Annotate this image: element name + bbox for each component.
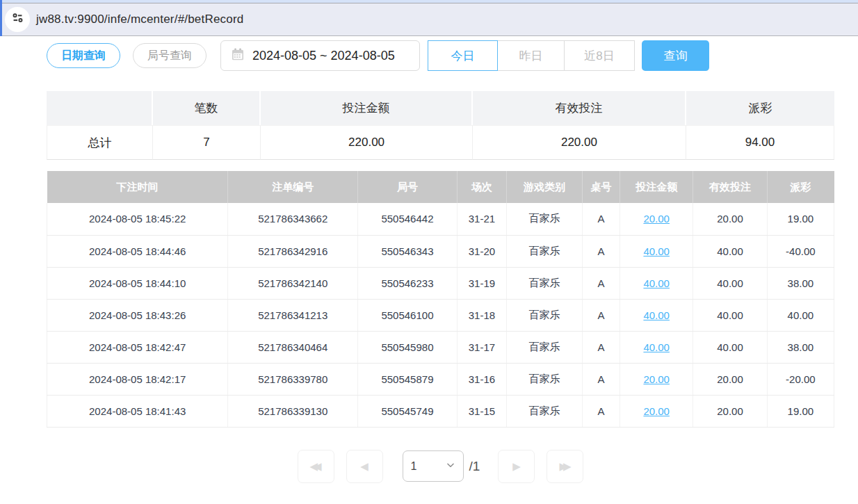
cell-round-no: 550546343	[358, 235, 458, 267]
cell-table-no: A	[582, 203, 620, 235]
cell-valid-bet: 40.00	[693, 331, 767, 363]
cell-session: 31-21	[457, 203, 506, 235]
site-settings-button[interactable]	[5, 7, 30, 32]
cell-bet-id: 521786342916	[228, 235, 358, 267]
bet-amount-link[interactable]: 20.00	[643, 373, 670, 385]
cell-valid-bet: 40.00	[693, 267, 767, 299]
cell-session: 31-16	[457, 363, 506, 395]
cell-bet-amount: 20.00	[620, 363, 693, 395]
date-range-value: 2024-08-05 ~ 2024-08-05	[252, 49, 395, 63]
cell-valid-bet: 20.00	[693, 203, 767, 235]
tune-icon	[11, 11, 24, 27]
quick-range-group: 今日 昨日 近8日	[428, 40, 635, 71]
summary-total-count: 7	[153, 125, 261, 160]
date-range-picker[interactable]: 2024-08-05 ~ 2024-08-05	[220, 40, 420, 71]
page-select[interactable]: 1	[403, 450, 464, 482]
cell-table-no: A	[582, 363, 620, 395]
cell-round-no: 550546100	[358, 299, 458, 331]
col-header-bet-amount: 投注金额	[620, 171, 693, 203]
bet-amount-link[interactable]: 20.00	[643, 213, 670, 225]
table-row: 2024-08-05 18:43:26521786341213550546100…	[47, 299, 834, 331]
cell-bet-amount: 40.00	[620, 331, 693, 363]
cell-bet-amount: 40.00	[620, 267, 693, 299]
summary-header-count: 笔数	[153, 91, 261, 125]
cell-payout: 19.00	[767, 395, 834, 427]
cell-bet-id: 521786339780	[228, 363, 358, 395]
table-row: 2024-08-05 18:44:10521786342140550546233…	[47, 267, 834, 299]
cell-table-no: A	[582, 395, 620, 427]
yesterday-button[interactable]: 昨日	[497, 40, 565, 71]
summary-header-payout: 派彩	[686, 91, 834, 125]
table-row: 2024-08-05 18:42:47521786340464550545980…	[47, 331, 834, 363]
bet-amount-link[interactable]: 40.00	[643, 341, 670, 353]
summary-total-valid-bet: 220.00	[473, 125, 686, 160]
bet-amount-link[interactable]: 20.00	[643, 405, 670, 417]
browser-url-bar: jw88.tv:9900/infe/mcenter/#/betRecord	[0, 0, 858, 36]
search-button[interactable]: 查询	[642, 40, 709, 71]
bet-amount-link[interactable]: 40.00	[643, 277, 670, 289]
cell-bet-time: 2024-08-05 18:43:26	[47, 299, 228, 331]
url-text[interactable]: jw88.tv:9900/infe/mcenter/#/betRecord	[36, 13, 243, 26]
left-arrow-icon: ◀	[360, 460, 369, 473]
cell-bet-amount: 20.00	[620, 395, 693, 427]
bet-table-header-row: 下注时间 注单编号 局号 场次 游戏类别 桌号 投注金额 有效投注 派彩	[47, 171, 834, 203]
cell-session: 31-17	[457, 331, 506, 363]
cell-game-type: 百家乐	[507, 331, 583, 363]
cell-valid-bet: 40.00	[693, 235, 767, 267]
tab-date-query[interactable]: 日期查询	[47, 43, 120, 68]
cell-payout: -20.00	[767, 363, 834, 395]
cell-table-no: A	[582, 235, 620, 267]
pagination: ◀◀ ◀ 1 /1 ▶ ▶▶	[47, 450, 834, 483]
col-header-payout: 派彩	[767, 171, 834, 203]
pagination-first-button[interactable]: ◀◀	[298, 450, 334, 483]
cell-game-type: 百家乐	[507, 235, 583, 267]
cell-valid-bet: 20.00	[693, 363, 767, 395]
cell-table-no: A	[582, 331, 620, 363]
cell-bet-id: 521786341213	[228, 299, 358, 331]
summary-table: 笔数 投注金额 有效投注 派彩 总计 7 220.00 220.00 94.00	[47, 91, 834, 160]
col-header-session: 场次	[457, 171, 506, 203]
last8days-button[interactable]: 近8日	[564, 40, 635, 71]
cell-bet-amount: 40.00	[620, 299, 693, 331]
bet-amount-link[interactable]: 40.00	[643, 309, 670, 321]
cell-bet-id: 521786340464	[228, 331, 358, 363]
summary-total-payout: 94.00	[686, 125, 834, 160]
bet-record-table: 下注时间 注单编号 局号 场次 游戏类别 桌号 投注金额 有效投注 派彩 202…	[47, 171, 834, 428]
pagination-prev-button[interactable]: ◀	[346, 450, 383, 483]
filter-bar: 日期查询 局号查询 2024-08-05 ~ 2024-08-05	[47, 40, 834, 71]
bet-table-body: 2024-08-05 18:45:22521786343662550546442…	[47, 203, 834, 427]
summary-total-bet-amount: 220.00	[261, 125, 473, 160]
table-row: 2024-08-05 18:45:22521786343662550546442…	[47, 203, 834, 235]
pagination-next-button[interactable]: ▶	[498, 450, 535, 483]
summary-header-bet-amount: 投注金额	[261, 91, 473, 125]
cell-table-no: A	[582, 267, 620, 299]
cell-bet-amount: 20.00	[620, 203, 693, 235]
bet-amount-link[interactable]: 40.00	[643, 245, 670, 257]
summary-total-label: 总计	[47, 125, 153, 160]
table-row: 2024-08-05 18:42:17521786339780550545879…	[47, 363, 834, 395]
col-header-round-no: 局号	[358, 171, 458, 203]
col-header-bet-time: 下注时间	[47, 171, 228, 203]
cell-game-type: 百家乐	[507, 267, 583, 299]
table-row: 2024-08-05 18:41:43521786339130550545749…	[47, 395, 834, 427]
cell-session: 31-20	[457, 235, 506, 267]
cell-table-no: A	[582, 299, 620, 331]
cell-bet-time: 2024-08-05 18:42:47	[47, 331, 228, 363]
window-left-accent	[0, 0, 2, 36]
cell-bet-amount: 40.00	[620, 235, 693, 267]
page-total-label: /1	[469, 459, 480, 474]
col-header-bet-id: 注单编号	[228, 171, 358, 203]
cell-round-no: 550546233	[358, 267, 458, 299]
cell-bet-time: 2024-08-05 18:42:17	[47, 363, 228, 395]
today-button[interactable]: 今日	[428, 40, 498, 71]
col-header-table-no: 桌号	[582, 171, 620, 203]
cell-bet-time: 2024-08-05 18:44:46	[47, 235, 228, 267]
cell-payout: 38.00	[767, 331, 834, 363]
cell-bet-time: 2024-08-05 18:45:22	[47, 203, 228, 235]
cell-game-type: 百家乐	[507, 203, 583, 235]
cell-valid-bet: 40.00	[693, 299, 767, 331]
tab-round-query[interactable]: 局号查询	[133, 43, 207, 68]
pagination-last-button[interactable]: ▶▶	[547, 450, 583, 483]
summary-header-blank	[47, 91, 153, 125]
page-select-value: 1	[411, 460, 417, 473]
